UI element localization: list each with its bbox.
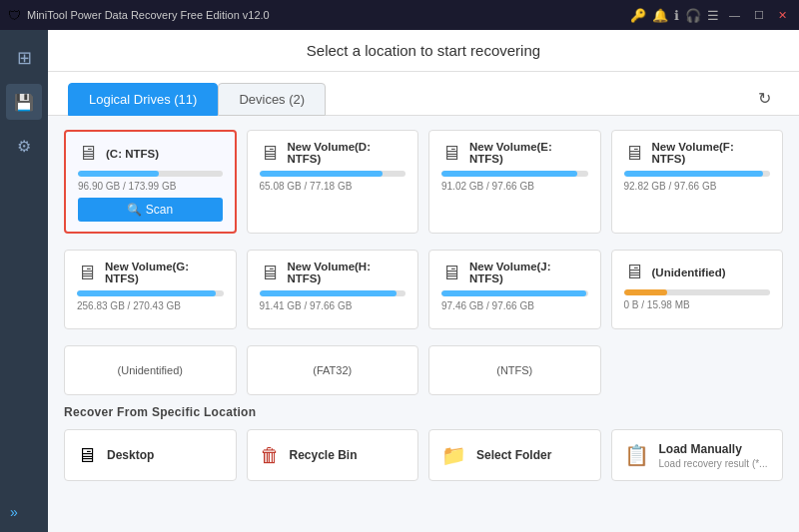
drive-hdd-icon-g: 🖥	[77, 262, 97, 284]
drive-progress-h	[260, 290, 406, 296]
recycle-bin-icon: 🗑	[260, 444, 280, 467]
sidebar: ⊞ 💾 ⚙ »	[0, 30, 48, 532]
drive-fill-c	[78, 171, 159, 177]
specific-section-title: Recover From Specific Location	[64, 405, 783, 419]
sidebar-item-settings[interactable]: ⚙	[6, 128, 42, 164]
drive-card-c[interactable]: 🖥 (C: NTFS) 96.90 GB / 173.99 GB 🔍 Scan	[64, 130, 237, 234]
small-drive-fat32[interactable]: (FAT32)	[247, 345, 419, 395]
specific-card-desktop[interactable]: 🖥 Desktop	[64, 429, 237, 481]
main-content: Select a location to start recovering Lo…	[48, 30, 799, 532]
drives-grid-row2: 🖥 New Volume(G: NTFS) 256.83 GB / 270.43…	[64, 250, 783, 329]
minimize-button[interactable]: —	[725, 7, 744, 23]
tabs-bar: Logical Drives (11) Devices (2) ↻	[48, 72, 799, 116]
drives-area: 🖥 (C: NTFS) 96.90 GB / 173.99 GB 🔍 Scan …	[48, 116, 799, 532]
drive-hdd-icon-d: 🖥	[260, 142, 280, 165]
app-title: MiniTool Power Data Recovery Free Editio…	[27, 9, 624, 21]
drive-hdd-icon-j: 🖥	[441, 262, 461, 284]
drive-label-f: New Volume(F: NTFS)	[652, 141, 771, 165]
small-drive-label-fat32: (FAT32)	[313, 364, 352, 376]
menu-icon[interactable]: ☰	[707, 8, 719, 23]
desktop-icon: 🖥	[77, 444, 97, 467]
drive-card-d[interactable]: 🖥 New Volume(D: NTFS) 65.08 GB / 77.18 G…	[247, 130, 419, 234]
tab-devices[interactable]: Devices (2)	[218, 83, 326, 116]
drive-progress-f	[624, 171, 771, 177]
load-manually-label: Load Manually	[659, 442, 768, 456]
desktop-label: Desktop	[107, 448, 154, 462]
drive-label-g: New Volume(G: NTFS)	[105, 261, 224, 284]
drive-hdd-icon-f: 🖥	[624, 142, 644, 165]
maximize-button[interactable]: ☐	[750, 7, 768, 24]
drive-progress-u1	[624, 289, 771, 295]
drive-hdd-icon-c: 🖥	[78, 142, 98, 165]
drive-size-j: 97.46 GB / 97.66 GB	[441, 300, 588, 311]
drive-card-f[interactable]: 🖥 New Volume(F: NTFS) 92.82 GB / 97.66 G…	[611, 130, 784, 234]
refresh-button[interactable]: ↻	[750, 85, 779, 112]
drive-card-e[interactable]: 🖥 New Volume(E: NTFS) 91.02 GB / 97.66 G…	[428, 130, 601, 234]
small-drive-unidentified[interactable]: (Unidentified)	[64, 345, 237, 395]
drive-size-g: 256.83 GB / 270.43 GB	[77, 300, 224, 311]
drive-card-unidentified1[interactable]: 🖥 (Unidentified) 0 B / 15.98 MB	[611, 250, 784, 329]
small-drive-label-unidentified: (Unidentified)	[118, 364, 183, 376]
drive-label-e: New Volume(E: NTFS)	[469, 141, 588, 165]
drive-progress-c	[78, 171, 223, 177]
drive-fill-f	[624, 171, 763, 177]
drive-fill-e	[441, 171, 577, 177]
specific-grid: 🖥 Desktop 🗑 Recycle Bin 📁	[64, 429, 783, 481]
drive-fill-h	[260, 290, 398, 296]
headset-icon[interactable]: 🎧	[685, 8, 701, 23]
drive-fill-d	[260, 171, 383, 177]
specific-card-select-folder[interactable]: 📁 Select Folder	[428, 429, 601, 481]
drive-label-h: New Volume(H: NTFS)	[288, 261, 406, 284]
drive-card-j[interactable]: 🖥 New Volume(J: NTFS) 97.46 GB / 97.66 G…	[428, 250, 601, 329]
specific-card-recycle-bin[interactable]: 🗑 Recycle Bin	[247, 429, 419, 481]
app-container: ⊞ 💾 ⚙ » Select a location to start recov…	[0, 30, 799, 532]
drive-hdd-icon-e: 🖥	[441, 142, 461, 165]
drive-label-d: New Volume(D: NTFS)	[288, 141, 406, 165]
drive-fill-g	[77, 290, 216, 296]
tab-logical-drives[interactable]: Logical Drives (11)	[68, 83, 218, 116]
load-manually-sub: Load recovery result (*...	[659, 458, 768, 469]
drive-progress-d	[260, 171, 406, 177]
app-icon: 🛡	[8, 8, 21, 23]
drive-size-e: 91.02 GB / 97.66 GB	[441, 181, 588, 192]
sidebar-item-home[interactable]: ⊞	[6, 40, 42, 76]
header-subtitle: Select a location to start recovering	[307, 42, 540, 59]
small-drive-ntfs[interactable]: (NTFS)	[428, 345, 601, 395]
sidebar-expand-button[interactable]: »	[10, 504, 18, 520]
drive-fill-j	[441, 290, 586, 296]
select-folder-label: Select Folder	[476, 448, 551, 462]
load-manually-icon: 📋	[624, 443, 649, 467]
drive-label-c: (C: NTFS)	[106, 148, 159, 160]
specific-location-section: Recover From Specific Location 🖥 Desktop…	[64, 405, 783, 481]
main-header: Select a location to start recovering	[48, 30, 799, 72]
drive-progress-j	[441, 290, 588, 296]
small-drive-label-ntfs: (NTFS)	[496, 364, 532, 376]
scan-button-c[interactable]: 🔍 Scan	[78, 198, 223, 222]
drive-fill-u1	[624, 289, 668, 295]
specific-card-load-manually[interactable]: 📋 Load Manually Load recovery result (*.…	[611, 429, 784, 481]
drive-hdd-icon-h: 🖥	[260, 262, 280, 284]
drive-progress-g	[77, 290, 224, 296]
close-button[interactable]: ✕	[774, 7, 791, 24]
bell-icon[interactable]: 🔔	[652, 8, 668, 23]
drive-card-h[interactable]: 🖥 New Volume(H: NTFS) 91.41 GB / 97.66 G…	[247, 250, 419, 329]
drive-progress-e	[441, 171, 588, 177]
drive-size-u1: 0 B / 15.98 MB	[624, 299, 771, 310]
drive-hdd-icon-u1: 🖥	[624, 261, 644, 283]
drive-label-j: New Volume(J: NTFS)	[469, 261, 588, 284]
drives-grid-row1: 🖥 (C: NTFS) 96.90 GB / 173.99 GB 🔍 Scan …	[64, 130, 783, 234]
folder-icon: 📁	[441, 443, 466, 467]
drive-size-f: 92.82 GB / 97.66 GB	[624, 181, 771, 192]
title-bar: 🛡 MiniTool Power Data Recovery Free Edit…	[0, 0, 799, 30]
drive-label-u1: (Unidentified)	[652, 266, 726, 278]
drive-size-h: 91.41 GB / 97.66 GB	[260, 300, 406, 311]
info-icon[interactable]: ℹ	[674, 8, 679, 23]
sidebar-item-drives[interactable]: 💾	[6, 84, 42, 120]
key-icon: 🔑	[630, 8, 646, 23]
drive-size-d: 65.08 GB / 77.18 GB	[260, 181, 406, 192]
recycle-bin-label: Recycle Bin	[290, 448, 358, 462]
small-drives-grid: (Unidentified) (FAT32) (NTFS)	[64, 345, 783, 395]
drive-size-c: 96.90 GB / 173.99 GB	[78, 181, 223, 192]
drive-card-g[interactable]: 🖥 New Volume(G: NTFS) 256.83 GB / 270.43…	[64, 250, 237, 329]
